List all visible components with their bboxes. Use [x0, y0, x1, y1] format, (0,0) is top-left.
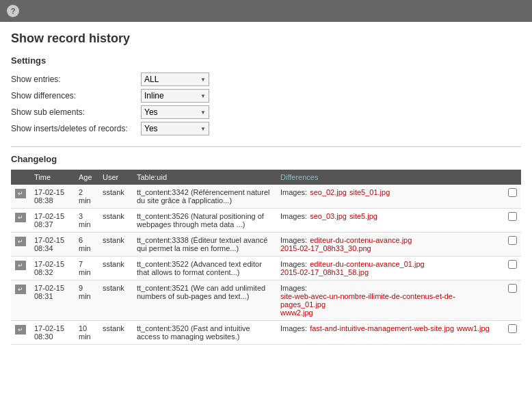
select-wrapper-inserts-deletes: Yes No	[141, 122, 209, 135]
row-checkbox[interactable]	[508, 188, 517, 197]
table-uid-cell: tt_content:3526 (Natural positioning of …	[133, 209, 276, 233]
diff-link[interactable]: fast-and-intuitive-management-web-site.j…	[310, 324, 454, 332]
setting-label-inserts-deletes: Show inserts/deletes of records:	[11, 124, 141, 133]
setting-row-inserts-deletes: Show inserts/deletes of records: Yes No	[11, 122, 521, 135]
row-checkbox[interactable]	[508, 324, 517, 333]
row-action-cell: ↵	[11, 321, 30, 345]
settings-section: Settings Show entries: ALL 10 25 50 100 …	[11, 55, 521, 135]
row-action-cell: ↵	[11, 257, 30, 280]
col-header-differences: Differences	[276, 170, 504, 185]
main-content: Show record history Settings Show entrie…	[0, 22, 532, 354]
checkbox-cell	[504, 185, 521, 209]
age-cell: 10 min	[75, 321, 98, 345]
select-wrapper-differences: Inline Side by side None	[141, 89, 209, 103]
table-uid-cell: tt_content:3522 (Advanced text editor th…	[133, 257, 276, 280]
table-header-row: Time Age User Table:uid Differences	[11, 170, 521, 185]
sub-elements-select[interactable]: Yes No	[141, 105, 209, 119]
diff-cell: Images:editeur-du-contenu-avance_01.jpg2…	[276, 257, 504, 280]
row-action-cell: ↵	[11, 185, 30, 209]
table-uid-cell: tt_content:3338 (Éditeur textuel avancé …	[133, 233, 276, 257]
diff-label: Images:	[280, 188, 307, 196]
diff-link[interactable]: site-web-avec-un-nombre-illimite-de-cont…	[280, 292, 497, 308]
table-uid-cell: tt_content:3520 (Fast and intuitive acce…	[133, 321, 276, 345]
col-header-user: User	[98, 170, 133, 185]
inserts-deletes-select[interactable]: Yes No	[141, 122, 209, 135]
user-cell: sstank	[98, 280, 133, 321]
row-action-icon[interactable]: ↵	[15, 189, 26, 198]
user-cell: sstank	[98, 209, 133, 233]
setting-row-differences: Show differences: Inline Side by side No…	[11, 89, 521, 103]
row-action-icon[interactable]: ↵	[15, 261, 26, 270]
diff-link[interactable]: editeur-du-contenu-avance_01.jpg	[310, 260, 425, 268]
select-wrapper-sub-elements: Yes No	[141, 105, 209, 119]
col-header-icon	[11, 170, 30, 185]
diff-link[interactable]: site5.jpg	[349, 212, 377, 220]
row-action-cell: ↵	[11, 280, 30, 321]
diff-cell: Images:site-web-avec-un-nombre-illimite-…	[276, 280, 504, 321]
user-cell: sstank	[98, 321, 133, 345]
checkbox-cell	[504, 280, 521, 321]
user-cell: sstank	[98, 185, 133, 209]
row-action-icon[interactable]: ↵	[15, 213, 26, 222]
help-icon[interactable]: ?	[7, 5, 19, 17]
age-cell: 7 min	[75, 257, 98, 280]
row-action-icon[interactable]: ↵	[15, 285, 26, 294]
checkbox-cell	[504, 321, 521, 345]
row-action-cell: ↵	[11, 209, 30, 233]
divider	[11, 146, 521, 147]
col-header-age: Age	[75, 170, 98, 185]
diff-link[interactable]: www1.jpg	[457, 324, 490, 332]
diff-label: Images:	[280, 212, 307, 220]
user-cell: sstank	[98, 233, 133, 257]
diff-cell: Images:seo_03.jpgsite5.jpg	[276, 209, 504, 233]
top-bar: ?	[0, 0, 532, 22]
entries-select[interactable]: ALL 10 25 50 100	[141, 73, 209, 86]
time-cell: 17-02-15 08:31	[30, 280, 75, 321]
table-row: ↵17-02-15 08:373 minsstanktt_content:352…	[11, 209, 521, 233]
table-row: ↵17-02-15 08:319 minsstanktt_content:352…	[11, 280, 521, 321]
differences-select[interactable]: Inline Side by side None	[141, 89, 209, 103]
diff-link[interactable]: www2.jpg	[280, 308, 313, 317]
col-header-checkbox	[504, 170, 521, 185]
row-action-icon[interactable]: ↵	[15, 237, 26, 246]
changelog-section: Changelog Time Age User Table:uid Differ…	[11, 154, 521, 345]
time-cell: 17-02-15 08:37	[30, 209, 75, 233]
col-header-time: Time	[30, 170, 75, 185]
diff-label: Images:	[280, 260, 307, 268]
diff-link[interactable]: seo_03.jpg	[310, 212, 347, 220]
diff-link[interactable]: editeur-du-contenu-avance.jpg	[310, 236, 412, 244]
diff-cell: Images:fast-and-intuitive-management-web…	[276, 321, 504, 345]
age-cell: 9 min	[75, 280, 98, 321]
settings-title: Settings	[11, 55, 521, 66]
diff-link[interactable]: seo_02.jpg	[310, 188, 347, 196]
diff-link[interactable]: site5_01.jpg	[349, 188, 390, 196]
row-action-icon[interactable]: ↵	[15, 325, 26, 334]
checkbox-cell	[504, 233, 521, 257]
table-row: ↵17-02-15 08:346 minsstanktt_content:333…	[11, 233, 521, 257]
setting-label-sub-elements: Show sub elements:	[11, 107, 141, 117]
setting-row-entries: Show entries: ALL 10 25 50 100	[11, 73, 521, 86]
time-cell: 17-02-15 08:30	[30, 321, 75, 345]
row-action-cell: ↵	[11, 233, 30, 257]
page-title: Show record history	[11, 31, 521, 46]
age-cell: 2 min	[75, 185, 98, 209]
time-cell: 17-02-15 08:38	[30, 185, 75, 209]
diff-link[interactable]: 2015-02-17_08h33_30.png	[280, 244, 371, 252]
diff-link[interactable]: 2015-02-17_08h31_58.jpg	[280, 268, 369, 276]
setting-row-sub-elements: Show sub elements: Yes No	[11, 105, 521, 119]
row-checkbox[interactable]	[508, 284, 517, 293]
time-cell: 17-02-15 08:32	[30, 257, 75, 280]
diff-label: Images:	[280, 324, 307, 332]
changelog-table: Time Age User Table:uid Differences ↵17-…	[11, 170, 521, 345]
col-header-table-uid: Table:uid	[133, 170, 276, 185]
row-checkbox[interactable]	[508, 212, 517, 221]
setting-label-entries: Show entries:	[11, 75, 141, 84]
table-uid-cell: tt_content:3521 (We can add unlimited nu…	[133, 280, 276, 321]
row-checkbox[interactable]	[508, 260, 517, 269]
checkbox-cell	[504, 257, 521, 280]
age-cell: 6 min	[75, 233, 98, 257]
row-checkbox[interactable]	[508, 236, 517, 245]
table-row: ↵17-02-15 08:327 minsstanktt_content:352…	[11, 257, 521, 280]
table-row: ↵17-02-15 08:3010 minsstanktt_content:35…	[11, 321, 521, 345]
time-cell: 17-02-15 08:34	[30, 233, 75, 257]
